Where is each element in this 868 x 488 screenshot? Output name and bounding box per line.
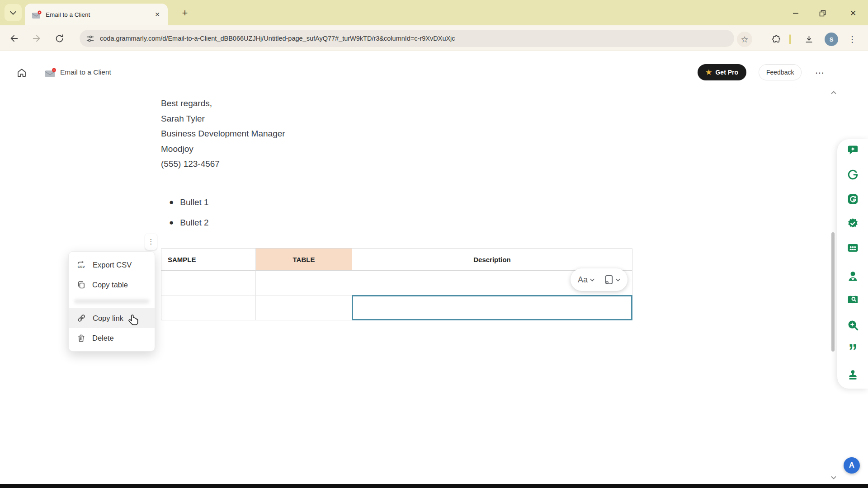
chevron-down-icon bbox=[590, 278, 594, 282]
bullet-icon: ● bbox=[169, 218, 174, 227]
quotation-icon[interactable]: ” bbox=[847, 344, 859, 357]
search-sparkle-icon[interactable] bbox=[847, 319, 859, 331]
window-restore-button[interactable] bbox=[816, 6, 829, 20]
grammarly-g-icon[interactable] bbox=[847, 169, 859, 181]
signature-block: Best regards, Sarah Tyler Business Devel… bbox=[161, 96, 285, 172]
chevron-down-icon bbox=[10, 11, 16, 15]
table-cell[interactable] bbox=[161, 296, 256, 320]
doc-email-icon bbox=[44, 68, 57, 78]
menu-item-label: Delete bbox=[92, 334, 114, 343]
browser-profile-avatar[interactable]: S bbox=[825, 33, 838, 46]
back-button[interactable] bbox=[7, 32, 21, 45]
menu-hidden-item bbox=[69, 295, 155, 308]
bookmark-star-icon[interactable]: ☆ bbox=[737, 32, 752, 47]
menu-item-delete[interactable]: Delete bbox=[69, 328, 155, 348]
paraphrase-icon[interactable] bbox=[847, 193, 859, 205]
get-pro-button[interactable]: ★ Get Pro bbox=[698, 64, 746, 80]
stamp-icon[interactable] bbox=[847, 369, 859, 381]
chevron-down-icon bbox=[616, 278, 620, 282]
url-text: coda.grammarly.com/d/Email-to-a-Client_d… bbox=[100, 35, 455, 42]
site-info-icon[interactable] bbox=[86, 34, 94, 43]
table-header-table[interactable]: TABLE bbox=[256, 249, 352, 271]
signature-line: Sarah Tyler bbox=[161, 111, 285, 127]
bullet-item: ● Bullet 2 bbox=[169, 218, 209, 228]
bullet-label: Bullet 2 bbox=[180, 218, 208, 228]
doc-title[interactable]: Email to a Client bbox=[60, 68, 111, 76]
table-cell[interactable] bbox=[161, 271, 256, 295]
text-style-button[interactable]: Aa bbox=[578, 275, 594, 285]
toolbar-separator bbox=[789, 34, 791, 44]
feedback-button[interactable]: Feedback bbox=[759, 64, 802, 80]
tab-close-icon[interactable]: ✕ bbox=[152, 9, 162, 19]
home-icon[interactable] bbox=[16, 67, 27, 78]
extensions-icon[interactable] bbox=[769, 32, 784, 47]
table-options-handle[interactable]: ⋮ bbox=[145, 234, 157, 250]
screen: Email to a Client ✕ + ✕ bbox=[0, 0, 868, 488]
audience-icon[interactable] bbox=[847, 242, 859, 254]
signature-line: Moodjoy bbox=[161, 141, 285, 157]
bullet-label: Bullet 1 bbox=[180, 197, 208, 207]
reload-button[interactable] bbox=[52, 32, 66, 45]
menu-item-label: Copy link bbox=[93, 314, 123, 323]
doc-table: SAMPLE TABLE Description bbox=[161, 248, 632, 320]
table-header-sample[interactable]: SAMPLE bbox=[161, 249, 256, 271]
window-minimize-button[interactable] bbox=[789, 6, 802, 20]
table-cell[interactable] bbox=[256, 271, 352, 295]
url-bar[interactable]: coda.grammarly.com/d/Email-to-a-Client_d… bbox=[80, 30, 734, 47]
link-icon bbox=[76, 313, 86, 323]
copy-icon bbox=[76, 280, 86, 290]
table-context-menu: CSV Export CSV Copy table bbox=[68, 251, 155, 352]
forward-button[interactable] bbox=[30, 32, 43, 45]
table-row bbox=[161, 296, 632, 320]
svg-text:CSV: CSV bbox=[78, 265, 85, 269]
browser-menu-icon[interactable]: ⋮ bbox=[844, 32, 860, 47]
menu-item-copy-link[interactable]: Copy link bbox=[69, 308, 155, 328]
trash-icon bbox=[76, 333, 86, 343]
tab-search-button[interactable] bbox=[5, 4, 22, 21]
bullet-item: ● Bullet 1 bbox=[169, 197, 209, 207]
reference-search-icon[interactable] bbox=[847, 294, 859, 306]
text-style-label: Aa bbox=[578, 275, 588, 285]
table-row bbox=[161, 271, 632, 296]
browser-tab[interactable]: Email to a Client ✕ bbox=[25, 4, 168, 25]
table-header-description[interactable]: Description bbox=[352, 249, 632, 271]
table-cell[interactable] bbox=[256, 296, 352, 320]
bottom-edge-bar bbox=[0, 484, 868, 488]
scroll-down-icon[interactable] bbox=[830, 474, 838, 482]
menu-item-export-csv[interactable]: CSV Export CSV bbox=[69, 255, 155, 275]
email-favicon-icon bbox=[31, 10, 42, 19]
new-tab-button[interactable]: + bbox=[179, 7, 191, 19]
mouse-cursor-hand bbox=[127, 314, 141, 328]
cell-format-toolbar: Aa bbox=[571, 268, 627, 291]
doc-options-icon[interactable]: ⋯ bbox=[813, 66, 826, 80]
column-card-icon bbox=[604, 274, 613, 285]
menu-item-copy-table[interactable]: Copy table bbox=[69, 275, 155, 295]
signature-line: Best regards, bbox=[161, 96, 285, 111]
scroll-up-icon[interactable] bbox=[830, 89, 838, 97]
star-icon: ★ bbox=[706, 68, 712, 76]
window-close-button[interactable]: ✕ bbox=[846, 6, 860, 20]
grammarly-assistant-button[interactable]: A bbox=[844, 457, 860, 474]
signature-line: Business Development Manager bbox=[161, 126, 285, 141]
bullet-icon: ● bbox=[169, 198, 174, 207]
menu-item-label: Copy table bbox=[92, 281, 128, 289]
header-divider bbox=[35, 66, 35, 80]
signature-line: (555) 123-4567 bbox=[161, 156, 285, 172]
downloads-icon[interactable] bbox=[801, 32, 816, 47]
personalize-icon[interactable] bbox=[847, 270, 859, 282]
export-csv-icon: CSV bbox=[76, 260, 86, 270]
get-pro-label: Get Pro bbox=[715, 69, 738, 76]
badge-check-icon[interactable] bbox=[847, 217, 859, 230]
menu-item-label: Export CSV bbox=[93, 261, 132, 269]
table-header-row: SAMPLE TABLE Description bbox=[161, 249, 632, 271]
column-format-button[interactable] bbox=[604, 274, 620, 285]
scrollbar-thumb[interactable] bbox=[831, 232, 835, 352]
table-cell-selected[interactable] bbox=[352, 296, 632, 320]
comment-sparkle-icon[interactable] bbox=[847, 144, 859, 156]
tab-title: Email to a Client bbox=[46, 11, 152, 18]
